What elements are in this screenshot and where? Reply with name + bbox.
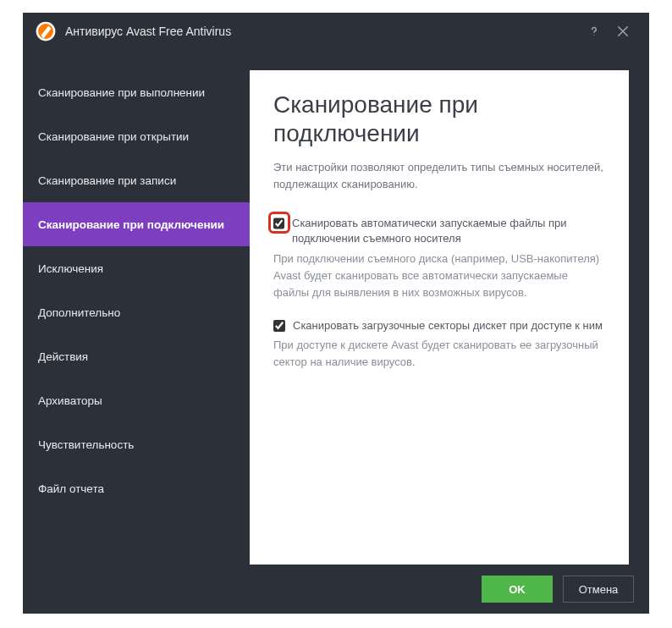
sidebar-item-actions[interactable]: Действия bbox=[23, 334, 250, 378]
option-bootsector: Сканировать загрузочные секторы дискет п… bbox=[273, 318, 605, 371]
footer: OK Отмена bbox=[23, 565, 649, 614]
ok-button[interactable]: OK bbox=[482, 576, 553, 603]
svg-point-2 bbox=[593, 35, 594, 36]
sidebar-item-label: Сканирование при выполнении bbox=[38, 86, 205, 99]
sidebar-item-label: Чувствительность bbox=[38, 438, 134, 451]
option-bootsector-row[interactable]: Сканировать загрузочные секторы дискет п… bbox=[273, 318, 605, 333]
option-autorun-row[interactable]: Сканировать автоматически запускаемые фа… bbox=[273, 216, 605, 246]
sidebar-item-scan-on-exec[interactable]: Сканирование при выполнении bbox=[23, 70, 250, 114]
sidebar-item-label: Файл отчета bbox=[38, 482, 104, 495]
settings-window: Антивирус Avast Free Antivirus Сканирова… bbox=[23, 13, 649, 614]
page-intro: Эти настройки позволяют определить типы … bbox=[273, 159, 605, 192]
sidebar-item-label: Сканирование при записи bbox=[38, 174, 176, 187]
sidebar-item-label: Архиваторы bbox=[38, 394, 102, 407]
sidebar-item-sensitivity[interactable]: Чувствительность bbox=[23, 422, 250, 466]
sidebar-item-archivers[interactable]: Архиваторы bbox=[23, 378, 250, 422]
sidebar: Сканирование при выполнении Сканирование… bbox=[23, 50, 250, 565]
sidebar-item-label: Дополнительно bbox=[38, 306, 120, 319]
page-title: Сканирование при подключении bbox=[273, 91, 605, 147]
sidebar-item-exclusions[interactable]: Исключения bbox=[23, 246, 250, 290]
option-autorun-checkbox[interactable] bbox=[273, 218, 284, 229]
option-autorun-label: Сканировать автоматически запускаемые фа… bbox=[292, 216, 605, 246]
option-autorun: Сканировать автоматически запускаемые фа… bbox=[273, 216, 605, 301]
option-autorun-desc: При подключении съемного диска (например… bbox=[273, 251, 605, 301]
option-bootsector-checkbox[interactable] bbox=[273, 320, 285, 332]
dialog-body: Сканирование при выполнении Сканирование… bbox=[23, 50, 649, 565]
sidebar-item-label: Сканирование при открытии bbox=[38, 130, 189, 143]
sidebar-item-label: Исключения bbox=[38, 262, 103, 275]
sidebar-item-scan-on-write[interactable]: Сканирование при записи bbox=[23, 158, 250, 202]
sidebar-item-scan-on-open[interactable]: Сканирование при открытии bbox=[23, 114, 250, 158]
content-wrap: Сканирование при подключении Эти настрой… bbox=[250, 50, 649, 565]
window-title: Антивирус Avast Free Antivirus bbox=[65, 25, 231, 38]
sidebar-item-scan-on-connect[interactable]: Сканирование при подключении bbox=[23, 202, 250, 246]
avast-logo-icon bbox=[35, 20, 57, 42]
sidebar-item-label: Сканирование при подключении bbox=[38, 218, 224, 231]
sidebar-item-label: Действия bbox=[38, 350, 88, 363]
help-icon[interactable] bbox=[580, 17, 609, 46]
option-bootsector-label: Сканировать загрузочные секторы дискет п… bbox=[293, 318, 603, 333]
titlebar: Антивирус Avast Free Antivirus bbox=[23, 13, 649, 50]
option-bootsector-desc: При доступе к дискете Avast будет сканир… bbox=[273, 337, 605, 371]
close-icon[interactable] bbox=[609, 17, 637, 46]
sidebar-item-advanced[interactable]: Дополнительно bbox=[23, 290, 250, 334]
content-panel: Сканирование при подключении Эти настрой… bbox=[250, 70, 629, 565]
cancel-button[interactable]: Отмена bbox=[563, 576, 634, 603]
sidebar-item-report-file[interactable]: Файл отчета bbox=[23, 466, 250, 510]
